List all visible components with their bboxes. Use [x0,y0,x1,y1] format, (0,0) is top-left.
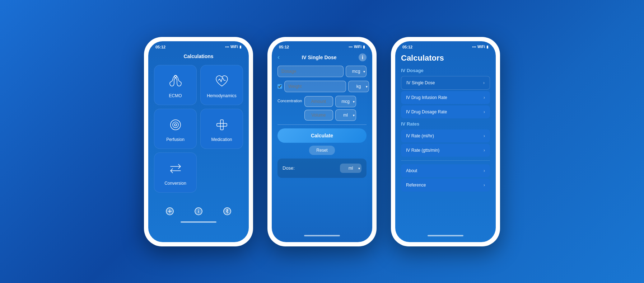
status-bar-1: 05:12 ▪▪▪ WiFi ▮ [148,41,249,51]
list-item-iv-single-dose[interactable]: IV Single Dose › [401,76,490,90]
tile-ecmo[interactable]: ECMO [154,65,197,105]
heart-icon [213,72,231,90]
phone-3: 05:12 ▪▪▪ WiFi ▮ Calculators IV Dosage I… [391,37,500,246]
weight-unit-select[interactable]: kg lb [348,81,369,92]
list-item-reference-label: Reference [406,183,426,188]
chevron-icon-4: › [484,133,485,138]
tile-hemodynamics-label: Hemodynamics [207,93,237,98]
chevron-icon-3: › [484,109,485,114]
dosage-input[interactable] [277,66,344,77]
weight-unit-wrapper: kg lb [348,81,369,92]
svg-point-1 [171,120,181,130]
dose-unit-select[interactable]: ml mcg mg [340,164,361,173]
tile-perfusion[interactable]: Perfusion [154,109,197,149]
chevron-icon-6: › [484,168,485,173]
dose-unit-wrapper: ml mcg mg [340,164,361,173]
tile-hemodynamics[interactable]: Hemodynamics [200,65,243,105]
status-icons-1: ▪▪▪ WiFi ▮ [225,45,242,49]
list-item-about[interactable]: About › [401,164,490,177]
battery-icon-2: ▮ [363,45,365,49]
chevron-icon-1: › [483,80,485,85]
calculate-button[interactable]: Calculate [277,128,367,143]
signal-icon-2: ▪▪▪ [349,45,353,49]
list-item-iv-rate-gtts-label: IV Rate (gtts/min) [406,148,439,153]
tile-medication-label: Medication [211,137,232,142]
cross-icon [213,115,231,134]
back-button[interactable]: ‹ [277,53,280,61]
p1-grid: ECMO Hemodynamics [148,65,249,193]
wifi-icon: WiFi [230,45,238,49]
volume-input[interactable] [304,110,333,121]
phone-1: 05:12 ▪▪▪ WiFi ▮ Calculations [144,37,253,246]
signal-icon: ▪▪▪ [225,45,229,49]
p3-header: Calculators IV Dosage IV Single Dose › I… [395,51,496,199]
volume-unit-wrapper: ml L [335,109,356,121]
dosage-row: mcg mg g [277,66,367,77]
tile-ecmo-label: ECMO [169,93,182,98]
tile-conversion-label: Conversion [164,181,186,186]
home-indicator-1 [181,221,216,223]
section-iv-dosage: IV Dosage [401,68,490,73]
svg-rect-5 [217,123,227,126]
dollar-icon[interactable] [221,206,233,217]
tile-perfusion-label: Perfusion [166,137,185,142]
amount-input[interactable] [304,96,333,107]
svg-point-11 [198,209,199,210]
svg-point-0 [174,75,177,77]
status-bar-2: 05:12 ▪▪▪ WiFi ▮ [272,41,372,51]
list-item-iv-drug-dosage[interactable]: IV Drug Dosage Rate › [401,105,490,118]
perfusion-icon [166,115,185,134]
tile-medication[interactable]: Medication [200,109,243,149]
list-item-iv-rate-ml[interactable]: IV Rate (ml/hr) › [401,129,490,142]
reset-button[interactable]: Reset [309,146,335,155]
plus-icon[interactable] [164,206,176,217]
list-item-iv-single-dose-label: IV Single Dose [406,80,435,85]
info-button[interactable]: i [359,53,367,61]
list-item-iv-rate-ml-label: IV Rate (ml/hr) [406,133,434,138]
result-area: Dose: ml mcg mg [277,159,367,178]
p3-separator [401,160,490,161]
battery-icon-3: ▮ [486,45,489,49]
amount-unit-select[interactable]: mcg mg [335,96,356,107]
home-indicator-3 [428,235,463,236]
p1-bottom-bar [148,200,249,220]
status-bar-3: 05:12 ▪▪▪ WiFi ▮ [395,41,496,51]
lungs-icon [166,72,185,90]
svg-point-2 [173,122,178,128]
battery-icon: ▮ [239,45,242,49]
status-time-3: 05:12 [402,45,412,49]
section-iv-rates: IV Rates [401,121,490,127]
chevron-icon-7: › [484,183,485,188]
dose-label: Dose: [283,165,295,171]
chevron-icon-5: › [484,148,485,153]
form-divider [277,124,367,125]
p3-main-title: Calculators [401,53,490,63]
weight-checkbox[interactable] [277,84,282,89]
p1-header: Calculations [148,51,249,65]
weight-row: kg lb [277,81,367,92]
svg-rect-4 [220,120,223,130]
weight-input[interactable] [284,81,346,92]
p2-header: ‹ IV Single Dose i [272,51,372,66]
status-icons-2: ▪▪▪ WiFi ▮ [349,45,365,49]
swap-arrows-icon [166,159,185,178]
home-indicator-2 [304,235,340,236]
volume-unit-select[interactable]: ml L [335,109,356,121]
svg-point-3 [174,124,177,126]
p2-title: IV Single Dose [302,55,336,60]
list-item-iv-rate-gtts[interactable]: IV Rate (gtts/min) › [401,144,490,157]
status-time-2: 05:12 [279,45,289,49]
list-item-iv-drug-infusion[interactable]: IV Drug Infusion Rate › [401,91,490,104]
list-item-reference[interactable]: Reference › [401,179,490,192]
p2-form: mcg mg g kg lb [272,66,372,155]
list-item-about-label: About [406,168,417,173]
phone-2: 05:12 ▪▪▪ WiFi ▮ ‹ IV Single Dose i [267,37,377,246]
wifi-icon-3: WiFi [477,45,485,49]
amount-unit-wrapper: mcg mg [335,96,356,107]
dosage-unit-select[interactable]: mcg mg g [346,66,367,77]
list-item-iv-drug-infusion-label: IV Drug Infusion Rate [406,95,447,100]
info-circle-icon[interactable] [193,206,204,217]
tile-conversion[interactable]: Conversion [154,152,197,193]
signal-icon-3: ▪▪▪ [472,45,476,49]
chevron-icon-2: › [484,95,485,100]
